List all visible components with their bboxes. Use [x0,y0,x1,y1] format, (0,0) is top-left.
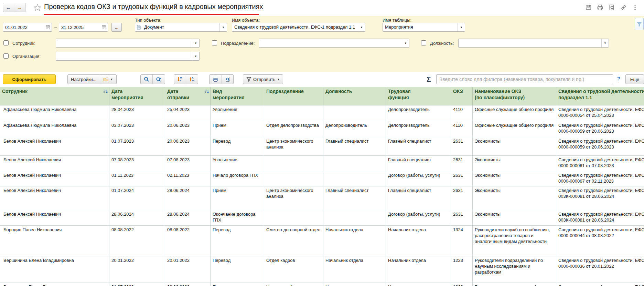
table-cell[interactable]: Сведения о трудовой деятельности, ЕФС-1 … [556,121,644,137]
calendar-icon[interactable] [44,23,52,31]
table-cell[interactable]: 20.01.2022 [109,256,165,283]
table-cell[interactable]: Перевод [211,256,264,283]
search-button[interactable] [141,75,152,84]
table-cell[interactable] [264,210,323,225]
table-cell[interactable]: Руководители подразделений по научным ис… [473,283,556,286]
table-name-combo[interactable]: Мероприятия ▼ [383,23,465,32]
department-combo[interactable]: ▼ [259,39,409,48]
table-cell[interactable]: Руководители служб по снабжению, распрос… [473,226,556,256]
table-cell[interactable]: Сведения о трудовой деятельности, ЕФС-1 … [556,156,644,171]
table-cell[interactable]: Сведения о трудовой деятельности, ЕФС-1 … [556,186,644,210]
organization-checkbox[interactable] [3,53,9,59]
help-button[interactable]: ? [617,75,620,81]
table-cell[interactable]: Вершинина Елена Владимировна [0,256,109,283]
get-link-icon[interactable] [620,4,627,11]
table-cell[interactable]: Сведения о трудовой деятельности, ЕФС-1 … [556,171,644,186]
table-cell[interactable]: Научная лаборатория [264,283,323,286]
favorite-star-icon[interactable] [33,3,42,12]
table-cell[interactable]: Начальник отдела [386,283,451,286]
preview-icon[interactable] [608,4,615,11]
search-next-button[interactable] [152,75,165,84]
table-cell[interactable]: Окончание договора ГПХ [211,210,264,225]
table-cell[interactable]: Перевод [211,137,264,155]
table-cell[interactable]: Отдел кадров [264,256,323,283]
table-row[interactable]: Афанасьева Людмила Николаевна28.04.20232… [0,105,644,121]
filter-settings-button[interactable] [635,18,644,30]
position-combo[interactable]: ▼ [458,39,609,48]
table-cell[interactable]: Экономисты [473,210,556,225]
table-cell[interactable]: 2631 [451,171,473,186]
column-header[interactable]: ОКЗ [451,87,473,105]
table-cell[interactable]: Белов Алексей Николаевич [0,210,109,225]
quick-filter-field[interactable] [436,74,613,84]
column-header[interactable]: Трудовая функция [386,87,451,105]
table-cell[interactable]: 07.08.2023 [109,156,165,171]
position-checkbox[interactable] [421,40,426,45]
table-cell[interactable]: Офисные служащие общего профиля [473,121,556,137]
table-cell[interactable]: 01.11.2023 [109,171,165,186]
table-cell[interactable]: 2631 [451,186,473,210]
column-header[interactable]: Вид мероприятия [211,87,264,105]
table-cell[interactable]: Договор (работы, услуги) [386,171,451,186]
table-cell[interactable]: Увольнение [211,156,264,171]
table-row[interactable]: Белов Алексей Николаевич01.07.202320.06.… [0,137,644,156]
table-cell[interactable]: 1223 [451,256,473,283]
table-cell[interactable]: 4110 [451,121,473,137]
table-cell[interactable]: Договор (работы, услуги) [386,210,451,225]
table-cell[interactable]: 4110 [451,105,473,121]
report-variants-button[interactable]: ▼ [100,75,116,84]
table-cell[interactable] [264,105,323,121]
table-cell[interactable]: 20.06.2023 [165,121,211,137]
table-cell[interactable]: Белов Алексей Николаевич [0,137,109,155]
table-cell[interactable]: Начальник отдела [386,256,451,283]
generate-button[interactable]: Сформировать [3,74,56,84]
employee-checkbox[interactable] [3,40,9,45]
table-cell[interactable]: Увольнение [211,105,264,121]
organization-combo[interactable]: ▼ [56,52,200,61]
period-from-field[interactable] [3,23,52,32]
table-cell[interactable]: 28.06.2024 [109,210,165,225]
table-cell[interactable]: Начало договора ГПХ [211,171,264,186]
department-checkbox[interactable] [212,40,217,45]
totals-sigma-button[interactable]: Σ [427,74,431,84]
table-cell[interactable]: 2631 [451,210,473,225]
table-cell[interactable]: Сведения о трудовой деятельности, ЕФС-1 … [556,137,644,155]
table-cell[interactable]: Прием [211,283,264,286]
column-header[interactable]: Дата отправки [165,87,211,105]
save-icon[interactable] [585,4,592,11]
table-row[interactable]: Вершинина Елена Владимировна20.01.202220… [0,256,644,283]
column-header[interactable]: Наименование ОКЗ (по классификатору) [473,87,556,105]
more-menu-icon[interactable] [632,4,638,11]
more-button[interactable]: Еще [625,74,644,84]
table-cell[interactable]: Главный специалист [323,186,386,210]
print-button[interactable] [210,75,222,84]
table-cell[interactable]: Афанасьева Людмила Николаевна [0,121,109,137]
table-cell[interactable]: Сметно-договорной отдел [264,226,323,256]
table-cell[interactable]: Делопроизводитель [323,121,386,137]
collapse-groups-button[interactable] [186,75,198,84]
table-cell[interactable]: Главный специалист [386,156,451,171]
table-cell[interactable]: Афанасьева Людмила Николаевна [0,105,109,121]
employee-combo[interactable]: ▼ [56,39,200,48]
table-cell[interactable]: Делопроизводитель [386,121,451,137]
table-cell[interactable]: Сведения о трудовой деятельности, ЕФС-1 … [556,105,644,121]
table-cell[interactable]: Делопроизводитель [386,105,451,121]
table-cell[interactable]: 28.04.2023 [109,105,165,121]
table-row[interactable]: Белов Алексей Николаевич01.11.202302.11.… [0,171,644,186]
table-cell[interactable]: 20.06.2022 [165,283,211,286]
table-cell[interactable]: Главный специалист [323,137,386,155]
table-cell[interactable]: Сведения о трудовой деятельности, ЕФС-1 … [556,283,644,286]
table-cell[interactable]: Белов Алексей Николаевич [0,186,109,210]
table-cell[interactable]: Главный специалист [386,137,451,155]
table-cell[interactable]: 28.06.2024 [165,210,211,225]
table-cell[interactable]: Белов Алексей Николаевич [0,156,109,171]
table-row[interactable]: Белов Алексей Николаевич01.07.202428.06.… [0,186,644,210]
table-cell[interactable]: 1324 [451,226,473,256]
quick-filter-input[interactable] [437,75,613,84]
table-cell[interactable]: 2631 [451,156,473,171]
table-cell[interactable]: Бородин Павел Николаевич [0,226,109,256]
table-cell[interactable]: 2631 [451,137,473,155]
table-cell[interactable]: Начальник отдела [323,226,386,256]
object-name-combo[interactable]: Сведения о трудовой деятельности, ЕФС-1 … [232,23,365,32]
table-cell[interactable]: 1223 [451,283,473,286]
